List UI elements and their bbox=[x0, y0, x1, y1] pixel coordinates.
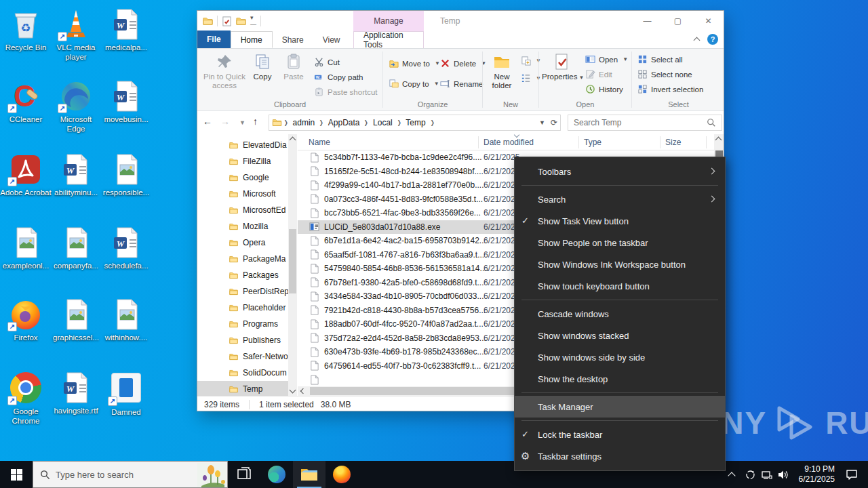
column-date-modified[interactable]: Date modified bbox=[484, 138, 534, 147]
sidebar-item-mozilla[interactable]: Mozilla bbox=[197, 218, 288, 235]
tab-file[interactable]: File bbox=[197, 30, 231, 48]
crumb-temp[interactable]: Temp bbox=[403, 118, 428, 127]
scroll-down-icon[interactable] bbox=[290, 387, 296, 394]
address-dropdown-caret[interactable]: ▼ bbox=[539, 119, 545, 126]
menu-item-show-windows-stacked[interactable]: Show windows stacked bbox=[515, 325, 725, 346]
qat-properties-icon[interactable] bbox=[222, 16, 232, 26]
column-name[interactable]: Name bbox=[309, 138, 330, 147]
help-icon[interactable]: ? bbox=[707, 34, 718, 45]
divider[interactable] bbox=[706, 136, 707, 148]
network-icon[interactable] bbox=[761, 469, 772, 481]
divider[interactable] bbox=[660, 136, 660, 148]
menu-item-search[interactable]: Search bbox=[515, 188, 725, 210]
pin-to-quick-access-button[interactable]: Pin to Quick access bbox=[203, 53, 246, 90]
menu-item-show-windows-side-by-side[interactable]: Show windows side by side bbox=[515, 346, 725, 368]
desktop-icon-companyfa[interactable]: companyfa... bbox=[50, 226, 102, 270]
menu-item-taskbar-settings[interactable]: ⚙Taskbar settings bbox=[515, 445, 725, 467]
desktop-icon-havingsite-rtf[interactable]: Whavingsite.rtf bbox=[50, 371, 102, 415]
sidebar-item-microsoft[interactable]: Microsoft bbox=[197, 186, 288, 202]
tab-share[interactable]: Share bbox=[273, 31, 313, 48]
history-button[interactable]: History bbox=[585, 84, 623, 94]
desktop-icon-recycle-bin[interactable]: ♻Recycle Bin bbox=[0, 8, 52, 52]
new-folder-button[interactable]: New folder bbox=[486, 53, 518, 90]
divider[interactable] bbox=[578, 136, 579, 148]
scroll-up-icon[interactable] bbox=[715, 137, 722, 144]
sidebar-item-peerdistrep[interactable]: PeerDistRep bbox=[197, 283, 288, 300]
sidebar-item-packagema[interactable]: PackageMa bbox=[197, 251, 288, 267]
cut-button[interactable]: Cut bbox=[314, 57, 340, 67]
desktop-icon-schedulefa[interactable]: Wschedulefa... bbox=[100, 226, 152, 270]
desktop-icon-firefox[interactable]: ↗Firefox bbox=[0, 298, 52, 342]
menu-item-toolbars[interactable]: Toolbars bbox=[515, 161, 725, 182]
sidebar-item-placeholder[interactable]: Placeholder bbox=[197, 300, 288, 316]
search-icon[interactable] bbox=[707, 118, 716, 127]
tab-application-tools[interactable]: Application Tools bbox=[353, 31, 424, 48]
sidebar-item-publishers[interactable]: Publishers bbox=[197, 332, 288, 348]
crumb-admin[interactable]: admin bbox=[290, 118, 318, 127]
desktop-icon-vlc-media-player[interactable]: ↗VLC media player bbox=[50, 8, 102, 62]
desktop-icon-responsible[interactable]: responsible... bbox=[100, 153, 152, 197]
sidebar-scrollbar[interactable] bbox=[288, 134, 297, 396]
column-size[interactable]: Size bbox=[665, 138, 681, 147]
back-icon[interactable]: ← bbox=[203, 116, 212, 127]
desktop-icon-damned[interactable]: ↗Damned bbox=[100, 371, 152, 417]
desktop-icon-movebusin[interactable]: Wmovebusin... bbox=[100, 80, 152, 124]
paste-shortcut-button[interactable]: Paste shortcut bbox=[314, 87, 378, 97]
sidebar-item-google[interactable]: Google bbox=[197, 169, 288, 186]
move-to-button[interactable]: Move to▼ bbox=[389, 58, 440, 68]
close-button[interactable]: ✕ bbox=[693, 11, 724, 31]
start-button[interactable] bbox=[0, 461, 33, 488]
task-view-button[interactable] bbox=[228, 461, 260, 488]
menu-item-show-task-view-button[interactable]: ✓Show Task View button bbox=[515, 210, 725, 232]
menu-item-show-the-desktop[interactable]: Show the desktop bbox=[515, 368, 725, 390]
edit-button[interactable]: Edit bbox=[585, 69, 612, 79]
sidebar-item-safer-netwo[interactable]: Safer-Netwo bbox=[197, 348, 288, 365]
breadcrumb[interactable]: ❯ admin ❯ AppData ❯ Local ❯ Temp ❯ ▼ ⟳ bbox=[269, 115, 561, 131]
forward-icon[interactable]: → bbox=[220, 116, 230, 127]
qat-customize-caret[interactable]: ▾— bbox=[250, 14, 256, 28]
tab-view[interactable]: View bbox=[313, 31, 350, 48]
refresh-icon[interactable]: ⟳ bbox=[551, 118, 557, 127]
desktop-icon-abilityminu[interactable]: Wabilityminu... bbox=[50, 153, 102, 197]
rename-button[interactable]: Rename bbox=[440, 79, 483, 89]
scrollbar-thumb[interactable] bbox=[289, 229, 296, 293]
delete-button[interactable]: Delete▼ bbox=[440, 58, 486, 68]
crumb-appdata[interactable]: AppData bbox=[326, 118, 363, 127]
sidebar-item-programs[interactable]: Programs bbox=[197, 316, 288, 332]
taskbar-file-explorer-button[interactable] bbox=[293, 461, 326, 488]
search-input[interactable]: Search Temp bbox=[568, 115, 722, 131]
invert-selection-button[interactable]: Invert selection bbox=[637, 84, 703, 94]
sidebar-item-microsofted[interactable]: MicrosoftEd bbox=[197, 202, 288, 218]
crumb-local[interactable]: Local bbox=[370, 118, 395, 127]
recent-locations-caret[interactable]: ▼ bbox=[239, 119, 245, 126]
menu-item-show-touch-keyboard-button[interactable]: Show touch keyboard button bbox=[515, 275, 725, 297]
copy-button[interactable]: Copy bbox=[248, 53, 277, 81]
search-highlight-flowers-icon[interactable] bbox=[197, 463, 226, 487]
desktop-icon-ccleaner[interactable]: C↗CCleaner bbox=[0, 80, 52, 124]
sidebar-item-elevateddia[interactable]: ElevatedDia bbox=[197, 137, 288, 153]
column-type[interactable]: Type bbox=[584, 138, 601, 147]
sidebar-item-soliddocum[interactable]: SolidDocum bbox=[197, 365, 288, 381]
scroll-up-icon[interactable] bbox=[290, 137, 296, 144]
minimize-button[interactable]: — bbox=[632, 11, 663, 31]
tab-home[interactable]: Home bbox=[231, 31, 273, 48]
menu-item-task-manager[interactable]: Task Manager bbox=[515, 396, 725, 418]
show-hidden-icons-chevron[interactable] bbox=[728, 472, 735, 479]
properties-button[interactable]: Properties▼ bbox=[542, 53, 581, 82]
divider[interactable] bbox=[478, 136, 479, 148]
open-button[interactable]: Open▼ bbox=[585, 54, 628, 64]
menu-item-show-people-on-the-taskbar[interactable]: Show People on the taskbar bbox=[515, 232, 725, 253]
select-none-button[interactable]: Select none bbox=[637, 69, 692, 79]
taskbar-clock[interactable]: 9:10 PM 6/21/2025 bbox=[793, 464, 840, 485]
sidebar-item-temp[interactable]: Temp bbox=[197, 381, 288, 396]
taskbar-search-input[interactable]: Type here to search bbox=[33, 461, 228, 488]
sidebar-item-packages[interactable]: Packages bbox=[197, 267, 288, 283]
taskbar-edge-button[interactable] bbox=[260, 461, 293, 488]
copy-path-button[interactable]: W.. Copy path bbox=[314, 72, 363, 82]
desktop-icon-medicalpa[interactable]: Wmedicalpa... bbox=[100, 8, 152, 52]
menu-item-show-windows-ink-workspace-button[interactable]: Show Windows Ink Workspace button bbox=[515, 253, 725, 275]
taskbar-firefox-button[interactable] bbox=[326, 461, 358, 488]
maximize-button[interactable]: ▢ bbox=[663, 11, 693, 31]
sidebar-item-opera[interactable]: Opera bbox=[197, 235, 288, 251]
collapse-ribbon-icon[interactable] bbox=[694, 37, 701, 44]
